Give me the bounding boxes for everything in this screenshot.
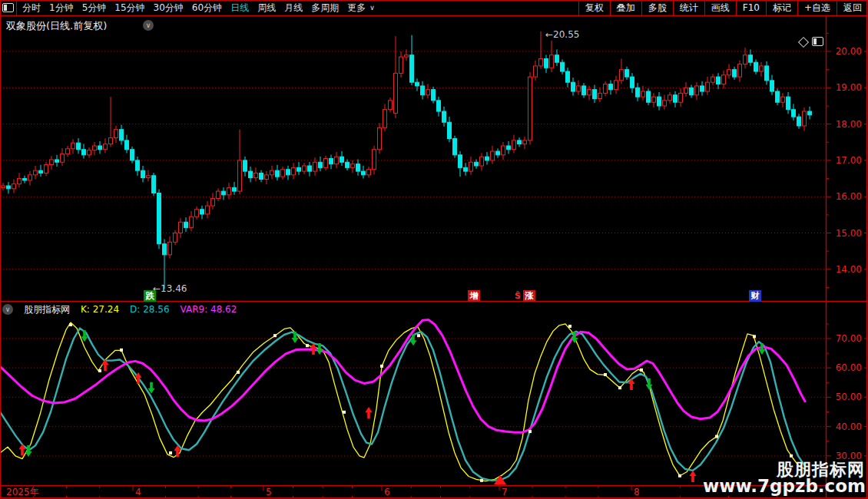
svg-text:19.00: 19.00	[836, 82, 862, 93]
svg-text:5: 5	[266, 487, 272, 497]
svg-text:6: 6	[384, 487, 390, 497]
more-chevron-icon: ∨	[369, 4, 375, 12]
svg-text:50.00: 50.00	[836, 392, 862, 402]
svg-text:15.00: 15.00	[836, 228, 862, 239]
watermark-url: www.7gpzb.com	[703, 476, 866, 496]
tab-period-2[interactable]: 5分钟	[82, 2, 107, 15]
trading-app-window: 20.0019.0018.0017.0016.0015.0014.0070.00…	[0, 0, 868, 499]
indicator-dropdown-icon[interactable]: ∨	[2, 304, 13, 315]
svg-text:70.00: 70.00	[836, 333, 862, 344]
svg-text:7: 7	[502, 487, 508, 497]
title-dropdown-icon[interactable]: ∨	[143, 20, 154, 31]
tab-period-3[interactable]: 15分钟	[114, 2, 144, 15]
toolbar-button-6[interactable]: 标记	[766, 0, 797, 15]
tab-period-0[interactable]: 分时	[22, 2, 41, 15]
event-marker-1: 增	[468, 290, 480, 302]
price-annotations: ←20.55←13.46	[153, 29, 579, 294]
toolbar-button-7[interactable]: +自选	[797, 0, 837, 15]
price-axis-labels: 20.0019.0018.0017.0016.0015.0014.0070.00…	[836, 46, 862, 461]
stock-title[interactable]: 双象股份(日线.前复权)	[6, 19, 107, 33]
tab-period-8[interactable]: 月线	[284, 2, 303, 15]
svg-text:60.00: 60.00	[836, 362, 862, 373]
date-axis: 2025年45678	[6, 485, 777, 498]
svg-text:4: 4	[135, 487, 141, 497]
tab-period-4[interactable]: 30分钟	[154, 2, 184, 15]
tab-period-1[interactable]: 1分钟	[49, 2, 74, 15]
tab-period-9[interactable]: 多周期	[311, 2, 339, 15]
toolbar-button-3[interactable]: 统计	[673, 0, 704, 15]
chart-canvas[interactable]: 20.0019.0018.0017.0016.0015.0014.0070.00…	[0, 0, 868, 499]
tab-period-7[interactable]: 周线	[257, 2, 276, 15]
event-marker-2: Ŝ	[512, 290, 524, 302]
title-bar: 双象股份(日线.前复权) ∨	[0, 16, 868, 34]
indicator-var9-value: VAR9: 48.62	[181, 304, 237, 315]
period-nav: 分时1分钟5分钟15分钟30分钟60分钟日线周线月线多周期更多∨	[17, 2, 375, 15]
signal-arrows	[19, 330, 766, 484]
toolbar-button-5[interactable]: F10	[736, 0, 766, 15]
event-marker-0: 跌	[144, 290, 156, 302]
toolbar-button-0[interactable]: 复权	[578, 0, 610, 15]
tab-period-5[interactable]: 60分钟	[192, 2, 222, 15]
svg-text:16.00: 16.00	[836, 191, 862, 202]
toolbar-button-1[interactable]: 叠加	[610, 0, 641, 15]
event-marker-3: 涨	[523, 290, 535, 302]
split-window-icon[interactable]	[812, 37, 823, 46]
toolbar-right-buttons: 复权叠加多股统计画线F10标记+自选返回	[578, 0, 868, 15]
period-toolbar: 分时1分钟5分钟15分钟30分钟60分钟日线周线月线多周期更多∨ 复权叠加多股统…	[0, 0, 868, 15]
indicator-header: ∨ 股朋指标网 K: 27.24 D: 28.56 VAR9: 48.62	[0, 302, 868, 316]
event-marker-4: 财	[749, 290, 761, 302]
svg-text:18.00: 18.00	[836, 119, 862, 130]
svg-text:17.00: 17.00	[836, 155, 862, 166]
split-layout-icon	[2, 3, 14, 12]
svg-text:←13.46: ←13.46	[153, 283, 187, 294]
svg-text:40.00: 40.00	[836, 421, 862, 432]
layout-toggle-button[interactable]	[0, 1, 17, 15]
svg-text:14.00: 14.00	[836, 264, 862, 275]
indicator-k-value: K: 27.24	[81, 304, 119, 315]
svg-text:8: 8	[634, 487, 640, 497]
indicator-d-value: D: 28.56	[130, 304, 169, 315]
indicator-name[interactable]: 股朋指标网	[24, 303, 70, 316]
series-var9-line	[0, 320, 805, 433]
toolbar-button-4[interactable]: 画线	[704, 0, 736, 15]
tab-period-10[interactable]: 更多	[347, 2, 366, 15]
svg-text:2025年: 2025年	[6, 487, 39, 497]
tab-period-6[interactable]: 日线	[230, 2, 249, 15]
svg-text:20.00: 20.00	[836, 46, 862, 57]
toolbar-button-2[interactable]: 多股	[641, 0, 673, 15]
toolbar-button-8[interactable]: 返回	[837, 0, 868, 15]
